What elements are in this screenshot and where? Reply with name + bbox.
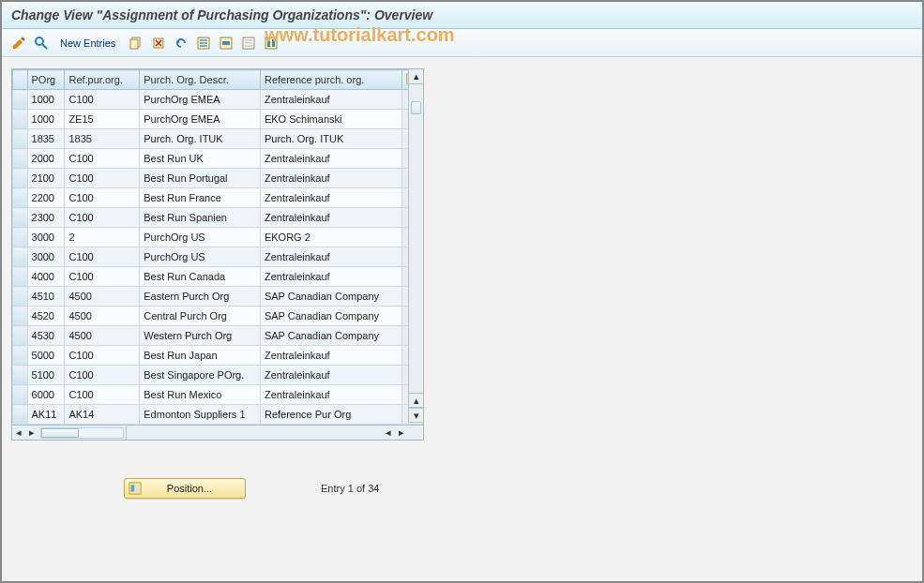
cell-refpur[interactable]: C100 [65,188,140,208]
table-row[interactable]: 3000C100PurchOrg USZentraleinkauf [13,247,423,267]
cell-refpur[interactable]: C100 [65,149,140,169]
cell-descr[interactable]: Best Run Spanien [140,208,261,228]
row-selector[interactable] [13,306,28,326]
cell-porg[interactable]: 4520 [27,306,65,326]
row-selector[interactable] [13,287,28,306]
row-selector[interactable] [13,405,28,425]
cell-refpur[interactable]: C100 [65,247,140,267]
cell-descr[interactable]: PurchOrg US [140,247,261,267]
table-row[interactable]: 1000ZE15PurchOrg EMEAEKO Schimanski [13,110,423,129]
row-selector[interactable] [13,188,28,208]
row-selector[interactable] [13,247,28,267]
cell-descr[interactable]: Purch. Org. ITUK [140,129,261,149]
cell-descr[interactable]: Best Run UK [140,149,261,169]
scroll-right-icon-2[interactable]: ▸ [395,426,408,440]
table-row[interactable]: 5000C100Best Run JapanZentraleinkauf [13,346,423,366]
cell-refpur[interactable]: C100 [65,267,140,287]
cell-porg[interactable]: 1000 [27,110,65,129]
table-row[interactable]: 45104500Eastern Purch OrgSAP Canadian Co… [13,287,423,306]
cell-porg[interactable]: 5000 [27,346,65,366]
cell-refpur[interactable]: C100 [65,90,140,110]
cell-descr[interactable]: Western Purch Org [140,326,261,346]
row-selector-header[interactable] [13,70,28,90]
vertical-scrollbar[interactable]: ▴ ▴ ▾ [408,69,423,423]
cell-refpur[interactable]: 4500 [65,326,140,346]
row-selector[interactable] [13,208,28,228]
cell-refdesc[interactable]: Zentraleinkauf [260,385,401,405]
cell-porg[interactable]: AK11 [27,405,65,425]
cell-descr[interactable]: Best Singapore POrg. [140,366,261,385]
cell-refdesc[interactable]: EKORG 2 [260,228,401,247]
cell-descr[interactable]: PurchOrg EMEA [140,90,261,110]
cell-descr[interactable]: Best Run Japan [140,346,261,366]
cell-porg[interactable]: 6000 [27,385,65,405]
cell-refpur[interactable]: 2 [65,228,140,247]
cell-refpur[interactable]: ZE15 [65,110,140,129]
cell-refdesc[interactable]: Zentraleinkauf [260,346,401,366]
cell-porg[interactable]: 2100 [27,169,65,188]
cell-refdesc[interactable]: Zentraleinkauf [260,366,401,385]
cell-porg[interactable]: 1000 [27,90,65,110]
row-selector[interactable] [13,267,28,287]
cell-refdesc[interactable]: Zentraleinkauf [260,188,401,208]
new-entries-button[interactable]: New Entries [54,36,121,51]
row-selector[interactable] [13,90,28,110]
cell-refpur[interactable]: 4500 [65,306,140,326]
cell-descr[interactable]: Edmonton Suppliers 1 [140,405,261,425]
configuration-icon[interactable] [262,34,280,52]
cell-descr[interactable]: Central Purch Org [140,306,261,326]
cell-refdesc[interactable]: SAP Canadian Company [260,306,401,326]
cell-porg[interactable]: 3000 [27,228,65,247]
cell-porg[interactable]: 2000 [27,149,65,169]
table-row[interactable]: 2200C100Best Run FranceZentraleinkauf [13,188,423,208]
horizontal-scrollbar[interactable]: ◂ ▸ ◂ ▸ [12,425,423,440]
cell-refpur[interactable]: C100 [65,208,140,228]
cell-descr[interactable]: Best Run Canada [140,267,261,287]
cell-porg[interactable]: 2300 [27,208,65,228]
cell-refdesc[interactable]: Zentraleinkauf [260,247,401,267]
scrollbar-thumb[interactable] [411,101,421,114]
cell-refpur[interactable]: C100 [65,366,140,385]
cell-refpur[interactable]: 1835 [65,129,140,149]
display-change-icon[interactable] [9,34,28,52]
table-row[interactable]: 2300C100Best Run SpanienZentraleinkauf [13,208,423,228]
table-row[interactable]: 1000C100PurchOrg EMEAZentraleinkauf [13,90,423,110]
cell-refdesc[interactable]: EKO Schimanski [260,110,401,129]
cell-descr[interactable]: Best Run Mexico [140,385,261,405]
row-selector[interactable] [13,169,28,188]
table-row[interactable]: 6000C100Best Run MexicoZentraleinkauf [13,385,423,405]
cell-descr[interactable]: PurchOrg EMEA [140,110,261,129]
table-row[interactable]: 45304500Western Purch OrgSAP Canadian Co… [13,326,423,346]
undo-icon[interactable] [172,34,190,52]
cell-refdesc[interactable]: SAP Canadian Company [260,287,401,306]
row-selector[interactable] [13,326,28,346]
row-selector[interactable] [13,149,28,169]
table-row[interactable]: 4000C100Best Run CanadaZentraleinkauf [13,267,423,287]
table-row[interactable]: 2000C100Best Run UKZentraleinkauf [13,149,423,169]
cell-porg[interactable]: 4510 [27,287,65,306]
row-selector[interactable] [13,346,28,366]
cell-porg[interactable]: 1835 [27,129,65,149]
cell-refpur[interactable]: C100 [65,346,140,366]
cell-refpur[interactable]: C100 [65,385,140,405]
scroll-left-icon[interactable]: ◂ [12,426,25,440]
table-row[interactable]: 2100C100Best Run PortugalZentraleinkauf [13,169,423,188]
cell-refdesc[interactable]: Zentraleinkauf [260,149,401,169]
scroll-up-icon[interactable]: ▴ [409,69,423,84]
cell-porg[interactable]: 5100 [27,366,65,385]
cell-refdesc[interactable]: Zentraleinkauf [260,169,401,188]
cell-descr[interactable]: Best Run France [140,188,261,208]
row-selector[interactable] [13,129,28,149]
scroll-down-icon[interactable]: ▾ [409,408,423,423]
table-row[interactable]: 30002PurchOrg USEKORG 2 [13,228,423,247]
row-selector[interactable] [13,228,28,247]
cell-porg[interactable]: 4530 [27,326,65,346]
table-row[interactable]: AK11AK14Edmonton Suppliers 1Reference Pu… [13,405,423,425]
cell-refdesc[interactable]: Zentraleinkauf [260,267,401,287]
row-selector[interactable] [13,366,28,385]
col-porg[interactable]: POrg [27,70,65,90]
cell-porg[interactable]: 3000 [27,247,65,267]
cell-refpur[interactable]: 4500 [65,287,140,306]
select-all-icon[interactable] [194,34,213,52]
cell-refdesc[interactable]: Zentraleinkauf [260,90,401,110]
